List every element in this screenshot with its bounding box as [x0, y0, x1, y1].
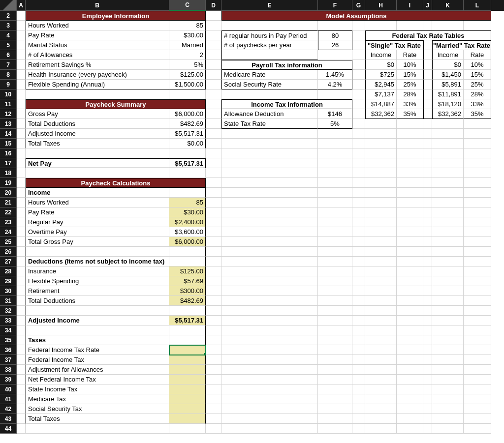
cell-F20[interactable]: [318, 188, 352, 198]
cell-B23[interactable]: Regular Pay: [26, 217, 169, 227]
cell-D44[interactable]: [206, 424, 221, 434]
cell-A38[interactable]: [17, 365, 26, 375]
cell-L7[interactable]: 10%: [464, 60, 491, 70]
cell-J42[interactable]: [423, 404, 432, 414]
cell-D40[interactable]: [206, 384, 221, 394]
cell-F25[interactable]: [318, 237, 352, 247]
cell-I38[interactable]: [397, 365, 423, 375]
cell-G21[interactable]: [352, 198, 365, 207]
cell-D14[interactable]: [206, 129, 221, 139]
cell-D13[interactable]: [206, 119, 221, 129]
cell-B2[interactable]: Employee Information: [26, 11, 206, 21]
cell-F23[interactable]: [318, 217, 352, 227]
cell-I43[interactable]: [397, 414, 423, 424]
cell-H31[interactable]: [365, 296, 397, 306]
cell-F24[interactable]: [318, 227, 352, 237]
cell-J19[interactable]: [423, 178, 432, 188]
cell-H32[interactable]: [365, 306, 397, 316]
row-header[interactable]: 33: [0, 316, 17, 325]
cell-H23[interactable]: [365, 217, 397, 227]
cell-A33[interactable]: [17, 316, 26, 325]
cell-E43[interactable]: [221, 414, 318, 424]
cell-B24[interactable]: Overtime Pay: [26, 227, 169, 237]
cell-K33[interactable]: [432, 316, 464, 325]
row-header[interactable]: 5: [0, 40, 17, 50]
cell-E27[interactable]: [221, 257, 318, 266]
cell-H26[interactable]: [365, 247, 397, 257]
cell-L20[interactable]: [464, 188, 491, 198]
cell-A16[interactable]: [17, 148, 26, 158]
cell-I33[interactable]: [397, 316, 423, 325]
cell-K5[interactable]: "Married" Tax Rate: [432, 40, 491, 50]
cell-B18[interactable]: [26, 168, 169, 178]
row-header[interactable]: 34: [0, 325, 17, 335]
cell-B43[interactable]: Total Taxes: [26, 414, 169, 424]
cell-G22[interactable]: [352, 207, 365, 217]
cell-A44[interactable]: [17, 424, 26, 434]
cell-L39[interactable]: [464, 375, 491, 384]
cell-D21[interactable]: [206, 198, 221, 207]
cell-J8[interactable]: [423, 70, 432, 80]
cell-E11[interactable]: Income Tax Information: [221, 99, 352, 109]
cell-L10[interactable]: 28%: [464, 89, 491, 99]
row-header[interactable]: 24: [0, 227, 17, 237]
cell-K12[interactable]: $32,362: [432, 109, 464, 119]
cell-F18[interactable]: [318, 168, 352, 178]
cell-J12[interactable]: [423, 109, 432, 119]
cell-A28[interactable]: [17, 266, 26, 276]
row-header[interactable]: 37: [0, 355, 17, 365]
cell-H5[interactable]: "Single" Tax Rate: [365, 40, 423, 50]
cell-A21[interactable]: [17, 198, 26, 207]
cell-C36[interactable]: [169, 345, 206, 355]
cell-L42[interactable]: [464, 404, 491, 414]
cell-E9[interactable]: Social Security Rate: [221, 80, 318, 89]
cell-H14[interactable]: [365, 129, 397, 139]
cell-G20[interactable]: [352, 188, 365, 198]
cell-J20[interactable]: [423, 188, 432, 198]
cell-I8[interactable]: 15%: [397, 70, 423, 80]
cell-G24[interactable]: [352, 227, 365, 237]
cell-A23[interactable]: [17, 217, 26, 227]
cell-D12[interactable]: [206, 109, 221, 119]
cell-D25[interactable]: [206, 237, 221, 247]
cell-A9[interactable]: [17, 80, 26, 89]
cell-C15[interactable]: $0.00: [169, 139, 206, 148]
cell-F36[interactable]: [318, 345, 352, 355]
cell-E17[interactable]: [221, 158, 318, 168]
cell-L25[interactable]: [464, 237, 491, 247]
row-header[interactable]: 28: [0, 266, 17, 276]
cell-A8[interactable]: [17, 70, 26, 80]
cell-J35[interactable]: [423, 335, 432, 345]
cell-H33[interactable]: [365, 316, 397, 325]
cell-E29[interactable]: [221, 276, 318, 286]
cell-A26[interactable]: [17, 247, 26, 257]
cell-G43[interactable]: [352, 414, 365, 424]
cell-H19[interactable]: [365, 178, 397, 188]
cell-H28[interactable]: [365, 266, 397, 276]
cell-E7[interactable]: Payroll Tax information: [221, 60, 352, 70]
cell-D20[interactable]: [206, 188, 221, 198]
cell-L40[interactable]: [464, 384, 491, 394]
cell-H41[interactable]: [365, 394, 397, 404]
cell-K35[interactable]: [432, 335, 464, 345]
cell-C39[interactable]: [169, 375, 206, 384]
cell-F4[interactable]: 80: [318, 30, 352, 40]
cell-I12[interactable]: 35%: [397, 109, 423, 119]
cell-E22[interactable]: [221, 207, 318, 217]
cell-J37[interactable]: [423, 355, 432, 365]
cell-C34[interactable]: [169, 325, 206, 335]
cell-G32[interactable]: [352, 306, 365, 316]
cell-K8[interactable]: $1,450: [432, 70, 464, 80]
cell-L33[interactable]: [464, 316, 491, 325]
cell-I23[interactable]: [397, 217, 423, 227]
cell-B7[interactable]: Retirement Savings %: [26, 60, 169, 70]
cell-A3[interactable]: [17, 21, 26, 30]
cell-I27[interactable]: [397, 257, 423, 266]
cell-J31[interactable]: [423, 296, 432, 306]
cell-I42[interactable]: [397, 404, 423, 414]
cell-C31[interactable]: $482.69: [169, 296, 206, 306]
col-header-d[interactable]: D: [206, 0, 221, 11]
cell-H3[interactable]: [365, 21, 397, 30]
cell-J9[interactable]: [423, 80, 432, 89]
cell-I16[interactable]: [397, 148, 423, 158]
